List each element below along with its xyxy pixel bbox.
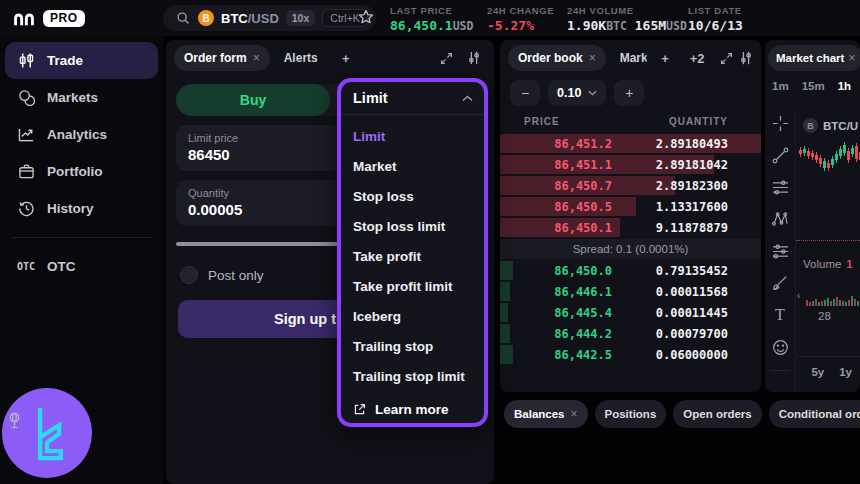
candlestick (815, 155, 818, 160)
order-type-option-stop-loss-limit[interactable]: Stop loss limit (341, 211, 484, 241)
sidebar-item-markets[interactable]: Markets (5, 79, 158, 116)
sidebar-item-trade[interactable]: Trade (5, 42, 158, 79)
precision-decrease-button[interactable]: − (510, 80, 540, 106)
text-tool-icon[interactable]: T (771, 306, 789, 324)
tab-order-book[interactable]: Order book × (508, 45, 606, 71)
order-type-option-market[interactable]: Market (341, 151, 484, 181)
candlestick (819, 158, 822, 164)
search-icon (175, 6, 191, 30)
more-tabs-badge[interactable]: +2 (683, 45, 711, 71)
volume-bar (806, 300, 808, 306)
globe-icon[interactable] (8, 412, 21, 430)
add-tab-button[interactable]: + (651, 45, 679, 71)
close-icon[interactable]: × (253, 51, 260, 65)
tab-order-form[interactable]: Order form × (174, 45, 270, 71)
expand-icon[interactable] (434, 46, 458, 70)
ask-row[interactable]: 86,450.19.11878879 (500, 217, 761, 238)
tools-divider (770, 370, 790, 371)
ask-row[interactable]: 86,450.72.89182300 (500, 175, 761, 196)
volume-bar (809, 302, 811, 306)
candlestick (851, 148, 854, 154)
pattern-tool-icon[interactable] (771, 210, 789, 228)
order-type-select[interactable]: Limit (341, 82, 484, 115)
sidebar-item-portfolio[interactable]: Portfolio (5, 153, 158, 190)
bottom-tab-open-orders[interactable]: Open orders (673, 400, 761, 428)
tab-alerts[interactable]: Alerts (274, 45, 328, 71)
settings-sliders-icon[interactable] (462, 46, 486, 70)
order-type-option-limit[interactable]: Limit (341, 121, 484, 151)
market-search[interactable]: B BTC/USD 10x Ctrl+K (163, 5, 376, 31)
order-type-option-stop-loss[interactable]: Stop loss (341, 181, 484, 211)
timeframe-1h[interactable]: 1h (838, 80, 851, 92)
sidebar-item-analytics[interactable]: Analytics (5, 116, 158, 153)
brush-tool-icon[interactable] (771, 274, 789, 292)
bottom-tab-balances[interactable]: Balances× (504, 400, 588, 428)
ruler-tool-icon[interactable] (771, 385, 789, 392)
close-icon[interactable]: × (589, 51, 596, 65)
bid-row[interactable]: 86,445.40.00011445 (500, 302, 761, 323)
bid-row[interactable]: 86,442.50.06000000 (500, 344, 761, 365)
trendline-tool-icon[interactable] (771, 146, 789, 164)
order-form-header: Order form × Alerts + (166, 40, 494, 76)
bottom-tab-positions[interactable]: Positions (595, 400, 667, 428)
indicators-sliders-icon[interactable] (771, 242, 789, 260)
ask-row[interactable]: 86,451.22.89180493 (500, 133, 761, 154)
order-type-option-take-profit-limit[interactable]: Take profit limit (341, 271, 484, 301)
watermark-logo (2, 388, 92, 478)
sidebar-item-label: Analytics (47, 127, 107, 142)
order-type-option-trailing-stop-limit[interactable]: Trailing stop limit (341, 361, 484, 391)
precision-select[interactable]: 0.10 (548, 80, 606, 106)
settings-sliders-icon[interactable] (738, 46, 753, 70)
ask-row[interactable]: 86,450.51.13317600 (500, 196, 761, 217)
timeframe-1m[interactable]: 1m (772, 80, 789, 92)
candlestick (855, 146, 858, 159)
range-1y[interactable]: 1y (839, 366, 852, 378)
precision-increase-button[interactable]: + (614, 80, 644, 106)
timeframe-15m[interactable]: 15m (802, 80, 825, 92)
volume-bar (857, 301, 859, 306)
quantity-cell: 0.00011568 (612, 285, 761, 299)
briefcase-icon (17, 163, 35, 181)
sidebar-item-label: History (47, 201, 94, 216)
bid-row[interactable]: 86,444.20.00079700 (500, 323, 761, 344)
favorite-star-icon[interactable] (358, 9, 374, 25)
chart-pair-label: BTC/U (823, 120, 858, 132)
add-tab-button[interactable]: + (332, 45, 360, 71)
post-only-checkbox[interactable] (180, 266, 198, 284)
sidebar-item-label: Portfolio (47, 164, 103, 179)
bottom-tab-conditional-orders[interactable]: Conditional orders (769, 400, 860, 428)
close-icon[interactable]: × (848, 51, 855, 65)
buy-button[interactable]: Buy (176, 84, 330, 116)
bid-row[interactable]: 86,446.10.00011568 (500, 281, 761, 302)
volume-histogram (796, 286, 860, 306)
learn-more-link[interactable]: Learn more (341, 391, 484, 421)
order-type-option-trailing-stop[interactable]: Trailing stop (341, 331, 484, 361)
close-icon[interactable]: × (571, 407, 578, 421)
volume-bar (845, 302, 847, 306)
tab-market-chart[interactable]: Market chart × (768, 45, 860, 71)
volume-bar (815, 299, 817, 306)
pro-badge: PRO (43, 10, 85, 27)
chart-pair-row: B BTC/U (803, 118, 858, 133)
spread-row: Spread: 0.1 (0.0001%) (500, 239, 761, 259)
sidebar-item-otc[interactable]: OTC OTC (5, 248, 158, 285)
order-book-panel: Order book × Mark + +2 − 0.10 + PRICE QU… (500, 40, 761, 392)
chart-area[interactable]: B BTC/U Volume1 ‹ 28 5y 1y (795, 110, 860, 392)
ask-row[interactable]: 86,451.12.89181042 (500, 154, 761, 175)
bid-row[interactable]: 86,450.00.79135452 (500, 260, 761, 281)
range-5y[interactable]: 5y (811, 366, 824, 378)
quantity-cell: 2.89181042 (612, 158, 761, 172)
expand-icon[interactable] (719, 46, 734, 70)
order-type-option-take-profit[interactable]: Take profit (341, 241, 484, 271)
horizontal-levels-tool-icon[interactable] (771, 178, 789, 196)
stat-list-date: LIST DATE 10/6/13 (688, 5, 743, 33)
emoji-tool-icon[interactable] (771, 338, 789, 356)
crosshair-tool-icon[interactable] (771, 114, 789, 132)
app-logo[interactable]: PRO (0, 9, 85, 27)
volume-bar (836, 297, 838, 306)
tab-market-truncated[interactable]: Mark (610, 45, 647, 71)
price-cell: 86,445.4 (500, 306, 612, 320)
order-type-option-iceberg[interactable]: Iceberg (341, 301, 484, 331)
sidebar-item-history[interactable]: History (5, 190, 158, 227)
chevron-up-icon (460, 91, 474, 105)
